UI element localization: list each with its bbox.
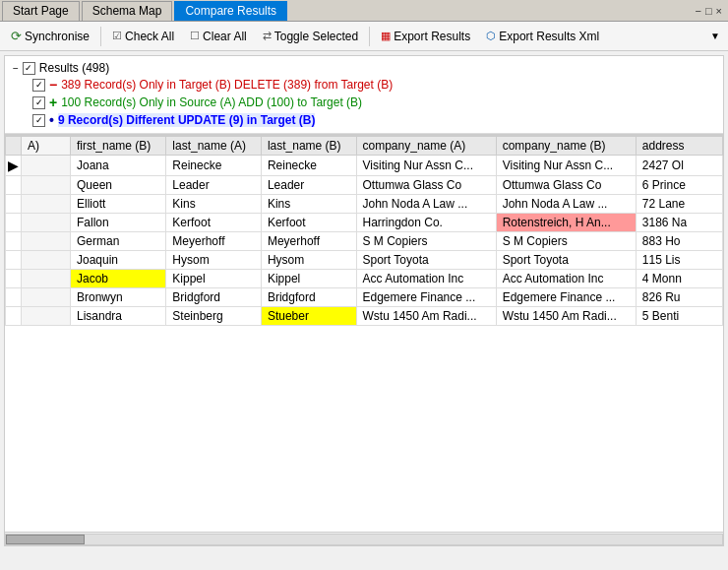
last-name-a-cell: Steinberg [166,307,262,326]
tree-item-update[interactable]: • 9 Record(s) Different UPDATE (9) in Ta… [13,111,715,129]
row-arrow [6,288,22,307]
add-icon: + [49,95,57,110]
root-label: Results (498) [39,61,109,75]
last-name-a-cell: Bridgford [166,288,262,307]
toolbar: ⟳ Synchronise ☑ Check All ☐ Clear All ⇄ … [0,22,728,51]
table-row[interactable]: FallonKerfootKerfootHarringdon Co.Rotens… [6,214,723,232]
address-cell: 3186 Na [636,214,722,232]
update-checkbox[interactable] [32,114,45,127]
last-name-a-cell: Hysom [166,251,262,270]
col-first-name: first_name (B) [71,137,166,156]
first-name-cell: Lisandra [71,307,166,326]
export-icon: ▦ [381,30,391,42]
tree-item-add[interactable]: + 100 Record(s) Only in Source (A) ADD (… [13,94,715,111]
results-table: A) first_name (B) last_name (A) last_nam… [5,136,723,326]
table-row[interactable]: BronwynBridgfordBridgfordEdgemere Financ… [6,288,723,307]
clear-all-icon: ☐ [190,30,200,42]
last-name-a-cell: Kerfoot [166,214,262,232]
tree-section: − Results (498) − 389 Record(s) Only in … [5,56,723,134]
tree-root[interactable]: − Results (498) [13,60,715,76]
update-label: 9 Record(s) Different UPDATE (9) in Targ… [58,113,316,127]
delete-label: 389 Record(s) Only in Target (B) DELETE … [61,78,393,92]
table-row[interactable]: GermanMeyerhoffMeyerhoffS M CopiersS M C… [6,232,723,251]
tab-compare-results[interactable]: Compare Results [174,1,287,21]
add-checkbox[interactable] [32,96,45,109]
row-arrow [6,232,22,251]
last-name-a-cell: Reinecke [166,156,262,176]
table-row[interactable]: QueenLeaderLeaderOttumwa Glass CoOttumwa… [6,176,723,195]
update-icon: • [49,112,54,128]
synchronise-button[interactable]: ⟳ Synchronise [4,25,96,48]
company-a-cell: Visiting Nur Assn C... [356,156,496,176]
row-arrow: ▶ [6,156,22,176]
col-a-cell [22,270,71,288]
check-all-button[interactable]: ☑ Check All [105,25,181,48]
last-name-a-cell: Kippel [166,270,262,288]
clear-all-label: Clear All [203,30,247,43]
delete-checkbox[interactable] [32,79,45,92]
col-a-header: A) [22,137,71,156]
last-name-b-cell: Hysom [261,251,356,270]
first-name-cell: Queen [71,176,166,195]
export-results-xml-button[interactable]: ⬡ Export Results Xml [479,25,606,48]
col-indicator [6,137,22,156]
expand-icon[interactable]: − [13,63,19,74]
address-cell: 72 Lane [636,195,722,214]
address-cell: 883 Ho [636,232,722,251]
company-a-cell: S M Copiers [356,232,496,251]
row-arrow [6,251,22,270]
tab-start-page[interactable]: Start Page [2,1,80,21]
toggle-selected-button[interactable]: ⇄ Toggle Selected [256,25,365,48]
address-cell: 5 Benti [636,307,722,326]
close-button[interactable]: × [716,5,722,17]
export-xml-icon: ⬡ [486,30,496,42]
table-row[interactable]: ▶JoanaReineckeReineckeVisiting Nur Assn … [6,156,723,176]
table-row[interactable]: LisandraSteinbergStueberWstu 1450 Am Rad… [6,307,723,326]
company-b-cell: Sport Toyota [496,251,636,270]
first-name-cell: Joaquin [71,251,166,270]
first-name-cell: Jacob [71,270,166,288]
tab-schema-map[interactable]: Schema Map [82,1,173,21]
root-checkbox[interactable] [23,62,35,75]
clear-all-button[interactable]: ☐ Clear All [183,25,254,48]
check-all-icon: ☑ [112,30,122,42]
export-results-button[interactable]: ▦ Export Results [374,25,477,48]
tree-item-delete[interactable]: − 389 Record(s) Only in Target (B) DELET… [13,76,715,94]
company-b-cell: Rotenstreich, H An... [496,214,636,232]
maximize-button[interactable]: □ [705,5,712,17]
address-cell: 2427 Ol [636,156,722,176]
export-results-label: Export Results [394,30,470,43]
first-name-cell: Fallon [71,214,166,232]
table-row[interactable]: JoaquinHysomHysomSport ToyotaSport Toyot… [6,251,723,270]
last-name-a-cell: Kins [166,195,262,214]
company-b-cell: Edgemere Finance ... [496,288,636,307]
row-arrow [6,307,22,326]
delete-icon: − [49,77,57,93]
col-a-cell [22,288,71,307]
first-name-cell: Bronwyn [71,288,166,307]
col-a-cell [22,232,71,251]
toolbar-separator-1 [100,27,101,46]
table-row[interactable]: ElliottKinsKinsJohn Noda A Law ...John N… [6,195,723,214]
horizontal-scrollbar[interactable] [5,532,723,545]
last-name-a-cell: Leader [166,176,262,195]
table-container[interactable]: A) first_name (B) last_name (A) last_nam… [5,134,723,532]
table-row[interactable]: JacobKippelKippelAcc Automation IncAcc A… [6,270,723,288]
company-a-cell: Sport Toyota [356,251,496,270]
last-name-b-cell: Bridgford [261,288,356,307]
scroll-track[interactable] [5,534,723,545]
col-last-name-b: last_name (B) [261,137,356,156]
minimize-button[interactable]: − [695,5,700,17]
col-a-cell [22,307,71,326]
row-arrow [6,214,22,232]
company-b-cell: Acc Automation Inc [496,270,636,288]
company-a-cell: John Noda A Law ... [356,195,496,214]
last-name-a-cell: Meyerhoff [166,232,262,251]
col-a-cell [22,214,71,232]
toolbar-overflow[interactable]: ▼ [706,29,724,43]
title-tabs: Start Page Schema Map Compare Results − … [0,0,728,22]
company-a-cell: Acc Automation Inc [356,270,496,288]
scroll-thumb[interactable] [6,535,85,544]
company-b-cell: S M Copiers [496,232,636,251]
address-cell: 6 Prince [636,176,722,195]
